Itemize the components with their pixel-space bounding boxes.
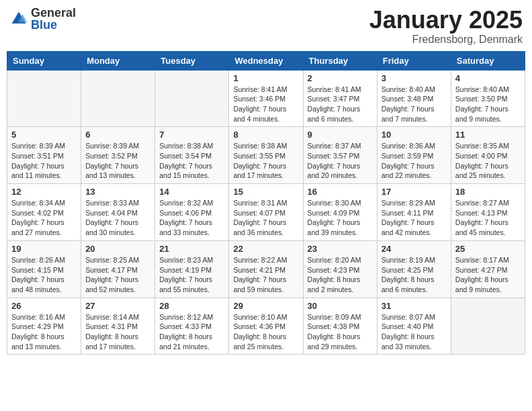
weekday-header-saturday: Saturday (451, 51, 525, 70)
calendar-cell: 11Sunrise: 8:35 AM Sunset: 4:00 PM Dayli… (451, 127, 525, 184)
day-info: Sunrise: 8:32 AM Sunset: 4:06 PM Dayligh… (159, 198, 224, 238)
day-info: Sunrise: 8:38 AM Sunset: 3:55 PM Dayligh… (233, 141, 298, 181)
calendar-cell: 26Sunrise: 8:16 AM Sunset: 4:29 PM Dayli… (7, 298, 81, 355)
weekday-header-sunday: Sunday (7, 51, 81, 70)
calendar-cell: 9Sunrise: 8:37 AM Sunset: 3:57 PM Daylig… (303, 127, 377, 184)
day-number: 13 (85, 187, 150, 197)
day-info: Sunrise: 8:17 AM Sunset: 4:27 PM Dayligh… (455, 255, 521, 295)
day-number: 29 (233, 301, 298, 311)
calendar-cell: 24Sunrise: 8:19 AM Sunset: 4:25 PM Dayli… (377, 240, 451, 298)
page-header: General Blue January 2025 Fredensborg, D… (7, 7, 525, 46)
calendar-table: SundayMondayTuesdayWednesdayThursdayFrid… (7, 51, 525, 355)
day-number: 10 (382, 130, 447, 140)
day-number: 26 (11, 301, 77, 311)
day-number: 19 (11, 244, 77, 254)
day-number: 12 (11, 187, 77, 197)
day-info: Sunrise: 8:37 AM Sunset: 3:57 PM Dayligh… (308, 141, 373, 181)
day-info: Sunrise: 8:36 AM Sunset: 3:59 PM Dayligh… (382, 141, 447, 181)
day-number: 4 (455, 73, 521, 83)
day-info: Sunrise: 8:35 AM Sunset: 4:00 PM Dayligh… (455, 141, 521, 181)
day-info: Sunrise: 8:27 AM Sunset: 4:13 PM Dayligh… (455, 198, 521, 238)
day-number: 31 (382, 301, 447, 311)
day-number: 27 (85, 301, 150, 311)
day-info: Sunrise: 8:40 AM Sunset: 3:50 PM Dayligh… (455, 85, 521, 124)
day-info: Sunrise: 8:41 AM Sunset: 3:47 PM Dayligh… (308, 85, 373, 124)
day-number: 5 (11, 130, 77, 140)
calendar-cell: 3Sunrise: 8:40 AM Sunset: 3:48 PM Daylig… (377, 70, 451, 127)
day-info: Sunrise: 8:30 AM Sunset: 4:09 PM Dayligh… (308, 198, 373, 238)
day-info: Sunrise: 8:23 AM Sunset: 4:19 PM Dayligh… (159, 255, 224, 295)
calendar-cell: 25Sunrise: 8:17 AM Sunset: 4:27 PM Dayli… (451, 240, 525, 298)
day-info: Sunrise: 8:39 AM Sunset: 3:52 PM Dayligh… (85, 141, 150, 181)
day-info: Sunrise: 8:41 AM Sunset: 3:46 PM Dayligh… (233, 85, 298, 124)
day-number: 14 (159, 187, 224, 197)
day-number: 8 (233, 130, 298, 140)
day-number: 23 (308, 244, 373, 254)
weekday-header-thursday: Thursday (303, 51, 377, 70)
calendar-cell: 7Sunrise: 8:38 AM Sunset: 3:54 PM Daylig… (155, 127, 229, 184)
day-info: Sunrise: 8:34 AM Sunset: 4:02 PM Dayligh… (11, 198, 77, 238)
calendar-cell: 14Sunrise: 8:32 AM Sunset: 4:06 PM Dayli… (155, 184, 229, 241)
calendar-cell: 4Sunrise: 8:40 AM Sunset: 3:50 PM Daylig… (451, 70, 525, 127)
calendar-cell: 10Sunrise: 8:36 AM Sunset: 3:59 PM Dayli… (377, 127, 451, 184)
calendar-cell: 23Sunrise: 8:20 AM Sunset: 4:23 PM Dayli… (303, 240, 377, 298)
calendar-cell: 8Sunrise: 8:38 AM Sunset: 3:55 PM Daylig… (229, 127, 303, 184)
calendar-cell: 18Sunrise: 8:27 AM Sunset: 4:13 PM Dayli… (451, 184, 525, 241)
calendar-week-row: 12Sunrise: 8:34 AM Sunset: 4:02 PM Dayli… (7, 184, 525, 241)
day-info: Sunrise: 8:39 AM Sunset: 3:51 PM Dayligh… (11, 141, 77, 181)
calendar-week-row: 19Sunrise: 8:26 AM Sunset: 4:15 PM Dayli… (7, 240, 525, 298)
day-number: 18 (455, 187, 521, 197)
calendar-cell: 21Sunrise: 8:23 AM Sunset: 4:19 PM Dayli… (155, 240, 229, 298)
day-number: 20 (85, 244, 150, 254)
calendar-cell: 28Sunrise: 8:12 AM Sunset: 4:33 PM Dayli… (155, 298, 229, 355)
day-number: 28 (159, 301, 224, 311)
calendar-cell: 5Sunrise: 8:39 AM Sunset: 3:51 PM Daylig… (7, 127, 81, 184)
calendar-cell: 6Sunrise: 8:39 AM Sunset: 3:52 PM Daylig… (81, 127, 155, 184)
day-info: Sunrise: 8:20 AM Sunset: 4:23 PM Dayligh… (308, 255, 373, 295)
calendar-cell: 16Sunrise: 8:30 AM Sunset: 4:09 PM Dayli… (303, 184, 377, 241)
calendar-cell: 31Sunrise: 8:07 AM Sunset: 4:40 PM Dayli… (377, 298, 451, 355)
calendar-cell (7, 70, 81, 127)
title-block: January 2025 Fredensborg, Denmark (369, 7, 523, 46)
day-number: 24 (382, 244, 447, 254)
calendar-week-row: 5Sunrise: 8:39 AM Sunset: 3:51 PM Daylig… (7, 127, 525, 184)
day-info: Sunrise: 8:14 AM Sunset: 4:31 PM Dayligh… (85, 312, 150, 352)
day-number: 6 (85, 130, 150, 140)
day-info: Sunrise: 8:33 AM Sunset: 4:04 PM Dayligh… (85, 198, 150, 238)
calendar-cell: 13Sunrise: 8:33 AM Sunset: 4:04 PM Dayli… (81, 184, 155, 241)
day-info: Sunrise: 8:40 AM Sunset: 3:48 PM Dayligh… (382, 85, 447, 124)
calendar-cell: 29Sunrise: 8:10 AM Sunset: 4:36 PM Dayli… (229, 298, 303, 355)
day-info: Sunrise: 8:22 AM Sunset: 4:21 PM Dayligh… (233, 255, 298, 295)
day-number: 21 (159, 244, 224, 254)
day-info: Sunrise: 8:29 AM Sunset: 4:11 PM Dayligh… (382, 198, 447, 238)
calendar-header-row: SundayMondayTuesdayWednesdayThursdayFrid… (7, 51, 525, 70)
calendar-week-row: 26Sunrise: 8:16 AM Sunset: 4:29 PM Dayli… (7, 298, 525, 355)
calendar-cell (451, 298, 525, 355)
calendar-cell (155, 70, 229, 127)
weekday-header-wednesday: Wednesday (229, 51, 303, 70)
day-info: Sunrise: 8:31 AM Sunset: 4:07 PM Dayligh… (233, 198, 298, 238)
calendar-cell: 20Sunrise: 8:25 AM Sunset: 4:17 PM Dayli… (81, 240, 155, 298)
calendar-cell: 27Sunrise: 8:14 AM Sunset: 4:31 PM Dayli… (81, 298, 155, 355)
calendar-cell: 2Sunrise: 8:41 AM Sunset: 3:47 PM Daylig… (303, 70, 377, 127)
logo-general-text: General (31, 7, 76, 19)
calendar-cell: 15Sunrise: 8:31 AM Sunset: 4:07 PM Dayli… (229, 184, 303, 241)
weekday-header-friday: Friday (377, 51, 451, 70)
weekday-header-monday: Monday (81, 51, 155, 70)
calendar-cell: 12Sunrise: 8:34 AM Sunset: 4:02 PM Dayli… (7, 184, 81, 241)
day-info: Sunrise: 8:09 AM Sunset: 4:38 PM Dayligh… (308, 312, 373, 352)
day-number: 16 (308, 187, 373, 197)
calendar-cell (81, 70, 155, 127)
day-number: 3 (382, 73, 447, 83)
calendar-cell: 30Sunrise: 8:09 AM Sunset: 4:38 PM Dayli… (303, 298, 377, 355)
calendar-cell: 1Sunrise: 8:41 AM Sunset: 3:46 PM Daylig… (229, 70, 303, 127)
calendar-week-row: 1Sunrise: 8:41 AM Sunset: 3:46 PM Daylig… (7, 70, 525, 127)
day-number: 17 (382, 187, 447, 197)
day-number: 2 (308, 73, 373, 83)
day-info: Sunrise: 8:19 AM Sunset: 4:25 PM Dayligh… (382, 255, 447, 295)
location: Fredensborg, Denmark (369, 34, 523, 46)
day-info: Sunrise: 8:07 AM Sunset: 4:40 PM Dayligh… (382, 312, 447, 352)
day-info: Sunrise: 8:12 AM Sunset: 4:33 PM Dayligh… (159, 312, 224, 352)
day-number: 30 (308, 301, 373, 311)
day-number: 11 (455, 130, 521, 140)
